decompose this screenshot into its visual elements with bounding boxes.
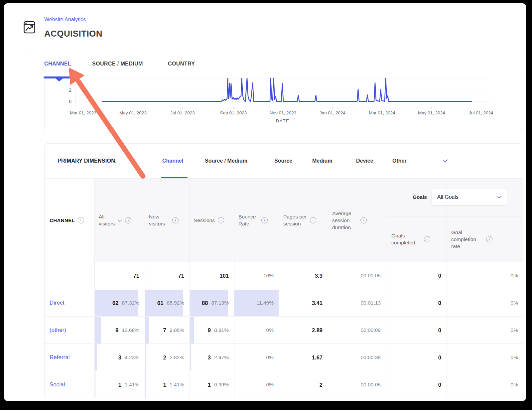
cell-value: 00:00:38 <box>361 344 381 371</box>
info-icon[interactable] <box>424 236 430 242</box>
y-axis-tick: 2 <box>69 87 71 93</box>
primary-dimension-label: PRIMARY DIMENSION: <box>58 144 117 178</box>
cell-value: 71 <box>178 262 184 289</box>
value-proportion-bar <box>190 317 194 344</box>
value-proportion-bar <box>95 344 97 371</box>
cell-value: 0 <box>438 371 441 398</box>
cell-value: 0% <box>511 344 518 371</box>
cell-value: 34.23% <box>118 344 139 371</box>
value-proportion-bar <box>95 317 101 344</box>
value-proportion-bar <box>145 344 146 371</box>
cell-value: 32.97% <box>208 344 229 371</box>
cell-value: 3.41 <box>312 289 323 317</box>
tab-channel[interactable]: CHANNEL <box>44 50 71 78</box>
value-proportion-bar <box>145 371 146 398</box>
cell-value: 2 <box>320 371 323 398</box>
y-axis-tick: 0 <box>69 99 71 104</box>
cell-value: 98.91% <box>208 317 229 344</box>
cell-value: 0% <box>266 344 274 371</box>
column-header-goals-completed[interactable]: Goals completed <box>386 216 447 262</box>
chevron-down-icon <box>496 194 501 200</box>
cell-value: 8887.13% <box>202 289 229 317</box>
cell-value: 0 <box>438 262 441 289</box>
dimension-tab-source-medium[interactable]: Source / Medium <box>205 144 247 178</box>
cell-value: 11.49% <box>257 289 274 317</box>
tab-source-medium[interactable]: SOURCE / MEDIUM <box>92 50 143 78</box>
value-proportion-bar <box>190 344 191 371</box>
column-header-goal-completion-rate[interactable]: Goal completion rate <box>447 216 523 262</box>
value-proportion-bar <box>145 317 149 344</box>
column-header-channel[interactable]: CHANNEL <box>45 179 94 262</box>
cell-value: 0% <box>511 317 518 344</box>
sort-chevron-icon[interactable] <box>118 217 122 224</box>
channel-link[interactable]: Social <box>50 371 65 398</box>
info-icon[interactable] <box>78 217 84 223</box>
dimension-tab-source[interactable]: Source <box>274 144 292 178</box>
channel-link[interactable]: (other) <box>50 317 66 344</box>
dimension-tab-device[interactable]: Device <box>356 144 373 178</box>
breadcrumb[interactable]: Website Analytics <box>44 17 86 23</box>
cell-value: 1.67 <box>312 344 323 371</box>
visitors-line-chart: 20Mar 01, 2023May 01, 2023Jul 01, 2023Se… <box>44 78 499 131</box>
channel-link[interactable]: Referral <box>50 344 69 371</box>
cell-value: 6287.32% <box>112 289 139 317</box>
cell-value: 10% <box>263 262 274 289</box>
value-proportion-bar <box>95 371 95 398</box>
x-axis-tick: Jul 01, 2024 <box>469 110 493 115</box>
info-icon[interactable] <box>125 217 131 223</box>
cell-value: 0% <box>511 262 518 289</box>
totals-row: 717110110%3.300:01:0500% <box>45 262 523 289</box>
channel-link[interactable]: Direct <box>50 289 64 317</box>
cell-value: 3.3 <box>315 262 323 289</box>
cell-value: 0% <box>266 371 274 398</box>
info-icon[interactable] <box>360 217 367 223</box>
dimension-tab-other[interactable]: Other <box>392 144 407 178</box>
goals-select[interactable]: All Goals <box>432 189 507 205</box>
info-icon[interactable] <box>310 217 316 223</box>
app-window: Website Analytics ACQUISITION CHANNEL SO… <box>4 3 526 401</box>
cell-value: 0 <box>438 344 441 371</box>
chevron-down-icon[interactable] <box>443 144 448 178</box>
value-proportion-bar <box>190 371 190 398</box>
cell-value: 00:00:05 <box>361 371 381 398</box>
cell-value: 912.68% <box>115 317 139 344</box>
column-header-pages-per-session[interactable]: Pages per session <box>279 179 328 262</box>
table-row: Direct6287.32%6185.92%8887.13%11.49%3.41… <box>45 289 523 317</box>
table-row: (other)912.68%79.86%98.91%0%2.8900:00:09… <box>45 316 523 344</box>
x-axis-title: DATE <box>276 118 289 123</box>
x-axis-tick: Jul 01, 2023 <box>170 110 195 115</box>
column-header-bounce-rate[interactable]: Bounce Rate <box>234 179 279 262</box>
cell-value: 101 <box>219 262 229 289</box>
cell-value: 0% <box>511 371 518 398</box>
acquisition-table-panel: PRIMARY DIMENSION: Channel Source / Medi… <box>44 143 523 399</box>
dimension-tab-channel[interactable]: Channel <box>162 144 183 178</box>
cell-value: 6185.92% <box>157 289 184 317</box>
info-icon[interactable] <box>218 217 224 223</box>
cell-value: 00:01:05 <box>361 262 381 289</box>
x-axis-tick: Mar 01, 2023 <box>70 110 96 115</box>
cell-value: 00:00:09 <box>361 317 381 344</box>
column-header-avg-session-duration[interactable]: Average session duration <box>328 179 386 262</box>
info-icon[interactable] <box>172 217 179 223</box>
x-axis-tick: Sep 01, 2023 <box>220 110 247 115</box>
info-icon[interactable] <box>261 217 268 223</box>
column-header-all-visitors[interactable]: All visitors <box>94 179 145 262</box>
column-header-sessions[interactable]: Sessions <box>190 179 234 262</box>
tab-country[interactable]: COUNTRY <box>168 50 195 78</box>
cell-value: 11.41% <box>163 371 184 398</box>
cell-value: 71 <box>133 262 139 289</box>
column-header-new-visitors[interactable]: New visitors <box>145 179 190 262</box>
x-axis-tick: Nov 01, 2023 <box>270 110 296 115</box>
analytics-icon <box>24 21 36 34</box>
cell-value: 22.82% <box>163 344 184 371</box>
cell-value: 2.89 <box>312 317 323 344</box>
dimension-tab-medium[interactable]: Medium <box>312 144 332 178</box>
cell-value: 0% <box>266 317 274 344</box>
table-bottom-border <box>45 398 523 398</box>
table-row: Social11.41%11.41%10.99%0%200:00:0500% <box>45 371 523 398</box>
x-axis-tick: Mar 01, 2024 <box>369 110 395 115</box>
cell-value: 00:01:13 <box>361 289 381 317</box>
page-title: ACQUISITION <box>44 29 102 39</box>
info-icon[interactable] <box>486 236 492 242</box>
active-tab-indicator-notch <box>56 78 63 81</box>
